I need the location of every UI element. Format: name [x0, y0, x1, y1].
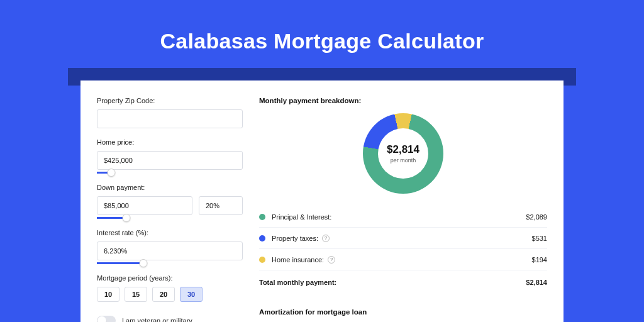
period-options: 10 15 20 30 — [97, 287, 243, 302]
slider-thumb[interactable] — [108, 169, 116, 177]
slider-thumb[interactable] — [122, 214, 130, 222]
donut-sub: per month — [391, 157, 416, 164]
form-column: Property Zip Code: Home price: Down paym… — [80, 97, 259, 322]
legend-value-taxes: $531 — [532, 235, 547, 242]
home-price-label: Home price: — [97, 138, 243, 146]
interest-slider[interactable] — [97, 262, 243, 264]
zip-input[interactable] — [97, 109, 243, 128]
info-icon[interactable] — [328, 256, 335, 264]
total-value: $2,814 — [526, 279, 547, 286]
down-payment-label: Down payment: — [97, 184, 243, 191]
total-label: Total monthly payment: — [259, 279, 526, 286]
legend-chip — [259, 214, 265, 220]
results-column: Monthly payment breakdown: $2,814 per mo… — [259, 97, 564, 322]
calculator-panel: Property Zip Code: Home price: Down paym… — [80, 80, 564, 322]
slider-thumb[interactable] — [140, 259, 148, 267]
legend-value-insurance: $194 — [532, 256, 547, 264]
veteran-label: I am veteran or military — [122, 317, 192, 322]
zip-label: Property Zip Code: — [97, 97, 243, 104]
legend-label-principal: Principal & Interest: — [272, 213, 526, 221]
interest-input[interactable] — [97, 242, 243, 260]
info-icon[interactable] — [322, 235, 330, 242]
period-label: Mortgage period (years): — [97, 274, 243, 282]
period-option-15[interactable]: 15 — [125, 287, 147, 302]
legend-label-insurance: Home insurance: — [272, 256, 532, 264]
donut-total: $2,814 — [387, 143, 419, 156]
home-price-slider[interactable] — [97, 172, 243, 174]
page-title: Calabasas Mortgage Calculator — [160, 29, 484, 53]
amortization-title: Amortization for mortgage loan — [259, 308, 547, 316]
breakdown-title: Monthly payment breakdown: — [259, 97, 547, 104]
breakdown-donut-chart: $2,814 per month — [363, 113, 443, 194]
amortization-section: Amortization for mortgage loan Amortizat… — [259, 308, 547, 322]
down-payment-input[interactable] — [97, 196, 192, 215]
period-option-30[interactable]: 30 — [180, 287, 203, 302]
donut-center: $2,814 per month — [378, 128, 428, 179]
legend-chip — [259, 257, 265, 263]
down-payment-pct-input[interactable] — [199, 196, 243, 215]
down-payment-slider[interactable] — [97, 217, 194, 219]
interest-label: Interest rate (%): — [97, 229, 243, 236]
toggle-knob — [97, 316, 106, 322]
veteran-toggle[interactable] — [97, 316, 116, 322]
home-price-input[interactable] — [97, 151, 243, 170]
legend-chip — [259, 235, 265, 242]
period-option-20[interactable]: 20 — [152, 287, 175, 302]
legend-label-taxes: Property taxes: — [272, 235, 532, 242]
period-option-10[interactable]: 10 — [97, 287, 119, 302]
legend-value-principal: $2,089 — [526, 213, 547, 221]
